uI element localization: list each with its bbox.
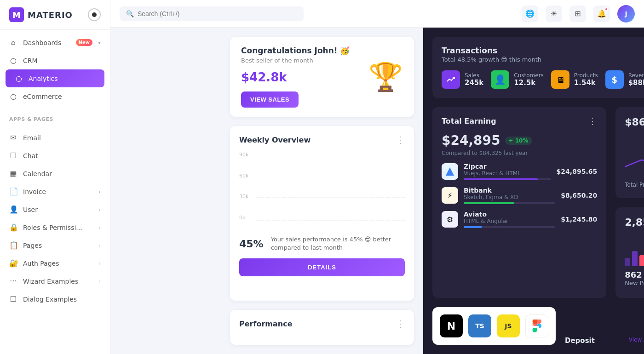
- sidebar-item-roles[interactable]: 🔒 Roles & Permissi... ›: [0, 218, 110, 236]
- bitbank-info: Bitbank Sketch, Figma & XD: [464, 187, 555, 204]
- record-button[interactable]: [88, 8, 101, 21]
- project-sub-row: 862 -18%: [625, 270, 644, 280]
- zipcar-progress: [464, 178, 538, 180]
- aviato-progress: [464, 226, 482, 228]
- sidebar: M MATERIO ⌂ Dashboards New ▾ ○ CRM ○ Ana…: [0, 0, 110, 354]
- revenue-value: $88k: [628, 79, 644, 87]
- revenue-icon: $: [605, 70, 624, 89]
- chevron-down-icon: ▾: [98, 40, 101, 46]
- apps-nav: ✉ Email ☐ Chat ▦ Calendar 📄 Invoice › 👤 …: [0, 125, 110, 312]
- bitbank-sub: Sketch, Figma & XD: [464, 194, 555, 200]
- y-label-0k: 0k: [239, 215, 248, 221]
- sidebar-item-label: Calendar: [23, 170, 101, 177]
- transactions-card: Transactions Total 48.5% growth 😎 this m…: [432, 37, 644, 98]
- sidebar-item-chat[interactable]: ☐ Chat: [0, 147, 110, 165]
- new-project-card: 2,856 💼 ⋮: [615, 207, 644, 298]
- theme-button[interactable]: ☀: [546, 6, 562, 22]
- grid-icon: ⊞: [575, 9, 581, 18]
- earning-growth: + 10%: [505, 137, 532, 145]
- chevron-right-icon: ›: [98, 242, 101, 249]
- chevron-right-icon: ›: [98, 206, 101, 213]
- products-icon: 🖥: [551, 70, 569, 89]
- congrats-card: Congratulations John! 🥳 Best seller of t…: [230, 37, 414, 117]
- sales-icon: [442, 70, 460, 89]
- earning-item-zipcar: Zipcar Vuejs, React & HTML $24,895.65: [442, 163, 597, 180]
- bar-chart-container: 90k 60k 30k 0k: [239, 152, 405, 230]
- notification-button[interactable]: 🔔: [593, 6, 610, 22]
- congrats-amount: $42.8k: [241, 70, 350, 84]
- weekly-overview-title: Weekly Overview: [239, 136, 310, 144]
- translate-button[interactable]: 🌐: [522, 6, 538, 22]
- view-sales-button[interactable]: VIEW SALES: [241, 91, 299, 108]
- auth-icon: 🔐: [9, 259, 17, 268]
- y-label-60k: 60k: [239, 173, 248, 179]
- aviato-sub: HTML & Angular: [464, 218, 555, 224]
- sidebar-item-label: Dialog Examples: [23, 296, 101, 303]
- sidebar-item-pages[interactable]: 📋 Pages ›: [0, 236, 110, 254]
- javascript-logo: JS: [497, 314, 520, 337]
- zipcar-sub: Vuejs, React & HTML: [464, 170, 551, 177]
- new-project-value: 2,856: [625, 217, 644, 228]
- new-project-label: New Project: [625, 280, 644, 286]
- logo-icon: M: [9, 7, 24, 22]
- sidebar-item-label: Analytics: [29, 75, 95, 82]
- y-label-90k: 90k: [239, 152, 248, 158]
- sidebar-item-wizard[interactable]: ··· Wizard Examples ›: [0, 272, 110, 290]
- bitbank-amount: $8,650.20: [561, 192, 597, 199]
- transactions-subtitle: Total 48.5% growth 😎 this month: [442, 56, 541, 63]
- transactions-title: Transactions: [442, 46, 541, 55]
- aviato-icon: ⚙: [442, 211, 458, 228]
- performance-menu-button[interactable]: ⋮: [396, 319, 405, 328]
- figma-logo: [525, 314, 548, 337]
- new-badge: New: [76, 39, 92, 46]
- performance-header: Performance ⋮: [239, 319, 405, 328]
- project-sub-value: 862: [625, 270, 642, 280]
- transactions-stats: Sales 245k 👤 Customers 12.5k 🖥 Products: [442, 70, 644, 89]
- bar-chart-bars: [256, 152, 405, 230]
- logo-text: MATERIO: [28, 10, 73, 20]
- weekly-overview-menu-button[interactable]: ⋮: [396, 135, 405, 144]
- invoice-icon: 📄: [9, 187, 17, 196]
- profit-big-amount: $86.4k: [625, 116, 644, 128]
- chevron-right-icon: ›: [98, 188, 101, 195]
- sidebar-item-dashboards[interactable]: ⌂ Dashboards New ▾: [0, 34, 110, 51]
- sidebar-item-ecommerce[interactable]: ○ eCommerce: [0, 87, 110, 105]
- sidebar-item-analytics[interactable]: ○ Analytics: [6, 69, 104, 87]
- lock-icon: 🔒: [9, 223, 17, 232]
- zipcar-info: Zipcar Vuejs, React & HTML: [464, 163, 551, 180]
- translate-icon: 🌐: [525, 9, 535, 18]
- user-avatar[interactable]: J: [617, 5, 635, 23]
- deposit-view-all[interactable]: View All: [629, 337, 644, 345]
- earning-compare: Compared to $84,325 last year: [442, 150, 597, 156]
- notification-badge: [604, 7, 608, 11]
- sidebar-item-auth-pages[interactable]: 🔐 Auth Pages ›: [0, 254, 110, 272]
- stat-customers: 👤 Customers 12.5k: [491, 70, 544, 89]
- left-panel: Congratulations John! 🥳 Best seller of t…: [221, 28, 423, 354]
- search-box[interactable]: 🔍: [120, 6, 304, 21]
- nextjs-logo: N: [440, 314, 463, 337]
- earning-menu-button[interactable]: ⋮: [588, 116, 597, 126]
- products-value: 1.54k: [574, 79, 598, 87]
- customers-icon: 👤: [491, 70, 509, 89]
- profit-line-chart: [625, 135, 644, 171]
- mini-bar-3: [639, 255, 644, 266]
- zipcar-name: Zipcar: [464, 163, 551, 170]
- email-icon: ✉: [9, 133, 17, 142]
- sidebar-item-calendar[interactable]: ▦ Calendar: [0, 165, 110, 183]
- customers-value: 12.5k: [514, 79, 544, 87]
- details-button[interactable]: DETAILS: [239, 258, 405, 276]
- sidebar-item-user[interactable]: 👤 User ›: [0, 200, 110, 218]
- sidebar-item-invoice[interactable]: 📄 Invoice ›: [0, 183, 110, 200]
- deposit-section: Deposit View All: [565, 337, 644, 345]
- sidebar-item-label: Email: [23, 134, 101, 142]
- chevron-right-icon: ›: [98, 260, 101, 267]
- sidebar-item-email[interactable]: ✉ Email: [0, 129, 110, 147]
- grid-button[interactable]: ⊞: [569, 6, 586, 22]
- search-input[interactable]: [138, 10, 297, 17]
- sidebar-item-crm[interactable]: ○ CRM: [0, 51, 110, 69]
- sidebar-item-dialog[interactable]: ☐ Dialog Examples: [0, 290, 110, 308]
- search-icon: 🔍: [126, 10, 134, 17]
- sidebar-item-label: CRM: [23, 57, 101, 64]
- sidebar-header-actions: [88, 8, 101, 21]
- aviato-amount: $1,245.80: [561, 216, 597, 223]
